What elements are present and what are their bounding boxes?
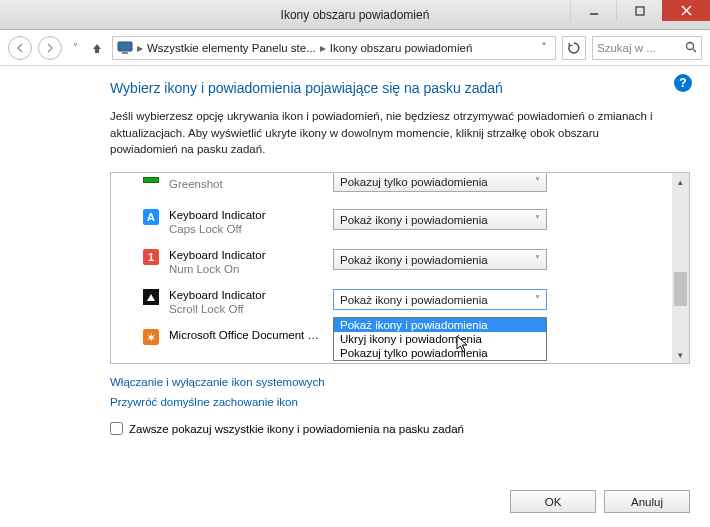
dropdown-option[interactable]: Ukryj ikony i powiadomienia bbox=[334, 332, 546, 346]
app-icon-office: ✶ bbox=[141, 328, 161, 346]
app-name: Microsoft Office Document … bbox=[169, 328, 333, 342]
monitor-icon bbox=[117, 41, 133, 55]
chevron-down-icon: ˅ bbox=[535, 254, 540, 265]
dropdown-option[interactable]: Pokazuj tylko powiadomienia bbox=[334, 346, 546, 360]
search-icon bbox=[685, 41, 697, 55]
behavior-select[interactable]: Pokaż ikony i powiadomienia ˅ bbox=[333, 249, 547, 270]
behavior-select[interactable]: Pokaż ikony i powiadomienia ˅ bbox=[333, 209, 547, 230]
scroll-thumb[interactable] bbox=[674, 272, 687, 306]
search-placeholder: Szukaj w ... bbox=[597, 42, 656, 54]
page-description: Jeśli wybierzesz opcję ukrywania ikon i … bbox=[110, 108, 660, 158]
app-icon-keyboard-num: 1 bbox=[141, 248, 161, 266]
behavior-select-open[interactable]: Pokaż ikony i powiadomienia ˅ bbox=[333, 289, 547, 310]
system-icons-link[interactable]: Włączanie i wyłączanie ikon systemowych bbox=[110, 376, 690, 388]
scrollbar[interactable]: ▴ ▾ bbox=[672, 173, 689, 363]
dropdown-option[interactable]: Pokaż ikony i powiadomienia bbox=[334, 318, 546, 332]
svg-rect-5 bbox=[122, 52, 128, 54]
chevron-right-icon: ▸ bbox=[320, 41, 326, 55]
page-heading: Wybierz ikony i powiadomienia pojawiając… bbox=[110, 80, 690, 96]
cancel-button[interactable]: Anuluj bbox=[604, 490, 690, 513]
history-dropdown[interactable]: ˅ bbox=[68, 42, 82, 53]
chevron-down-icon: ˅ bbox=[535, 214, 540, 225]
help-icon[interactable]: ? bbox=[674, 74, 692, 92]
app-sub: Caps Lock Off bbox=[169, 222, 333, 236]
breadcrumb-dropdown-icon[interactable]: ˅ bbox=[541, 41, 547, 55]
maximize-button[interactable] bbox=[616, 0, 662, 21]
forward-button[interactable] bbox=[38, 36, 62, 60]
title-bar: Ikony obszaru powiadomień bbox=[0, 0, 710, 30]
app-sub: Scroll Lock Off bbox=[169, 302, 333, 316]
icon-list-frame: Greenshot Pokazuj tylko powiadomienia ˅ … bbox=[110, 172, 690, 364]
close-button[interactable] bbox=[662, 0, 710, 21]
breadcrumb-root[interactable]: Wszystkie elementy Panelu ste... bbox=[147, 42, 316, 54]
svg-rect-4 bbox=[118, 42, 132, 51]
always-show-checkbox[interactable] bbox=[110, 422, 123, 435]
breadcrumb[interactable]: ▸ Wszystkie elementy Panelu ste... ▸ Iko… bbox=[112, 36, 556, 60]
behavior-select[interactable]: Pokazuj tylko powiadomienia ˅ bbox=[333, 172, 547, 192]
chevron-right-icon: ▸ bbox=[137, 41, 143, 55]
app-icon-greenshot bbox=[141, 172, 161, 189]
app-name: Keyboard Indicator bbox=[169, 248, 333, 262]
icon-row: Greenshot Pokazuj tylko powiadomienia ˅ bbox=[111, 177, 672, 205]
ok-button[interactable]: OK bbox=[510, 490, 596, 513]
app-icon-keyboard-caps: A bbox=[141, 208, 161, 226]
scroll-down-button[interactable]: ▾ bbox=[672, 346, 689, 363]
chevron-down-icon: ˅ bbox=[535, 176, 540, 187]
restore-defaults-link[interactable]: Przywróć domyślne zachowanie ikon bbox=[110, 396, 690, 408]
scroll-track[interactable] bbox=[672, 190, 689, 346]
nav-bar: ˅ ▸ Wszystkie elementy Panelu ste... ▸ I… bbox=[0, 30, 710, 66]
app-icon-keyboard-scroll bbox=[141, 288, 161, 306]
always-show-row: Zawsze pokazuj wszystkie ikony i powiado… bbox=[110, 422, 690, 435]
refresh-button[interactable] bbox=[562, 36, 586, 60]
links-section: Włączanie i wyłączanie ikon systemowych … bbox=[110, 376, 690, 408]
app-sub: Num Lock On bbox=[169, 262, 333, 276]
svg-point-6 bbox=[687, 42, 694, 49]
button-bar: OK Anuluj bbox=[510, 490, 690, 513]
scroll-up-button[interactable]: ▴ bbox=[672, 173, 689, 190]
app-name: Keyboard Indicator bbox=[169, 208, 333, 222]
behavior-dropdown[interactable]: Pokaż ikony i powiadomienia Ukryj ikony … bbox=[333, 317, 547, 361]
app-name: Greenshot bbox=[169, 177, 333, 191]
app-name: Keyboard Indicator bbox=[169, 288, 333, 302]
breadcrumb-current[interactable]: Ikony obszaru powiadomień bbox=[330, 42, 473, 54]
up-button[interactable] bbox=[88, 42, 106, 54]
svg-line-7 bbox=[693, 49, 696, 52]
content-pane: ? Wybierz ikony i powiadomienia pojawiaj… bbox=[0, 66, 710, 527]
icon-row: 1 Keyboard Indicator Num Lock On Pokaż i… bbox=[111, 245, 672, 285]
svg-rect-1 bbox=[636, 7, 644, 15]
icon-row: A Keyboard Indicator Caps Lock Off Pokaż… bbox=[111, 205, 672, 245]
always-show-label: Zawsze pokazuj wszystkie ikony i powiado… bbox=[129, 423, 464, 435]
search-input[interactable]: Szukaj w ... bbox=[592, 36, 702, 60]
window-buttons bbox=[570, 0, 710, 21]
chevron-down-icon: ˅ bbox=[535, 294, 540, 305]
back-button[interactable] bbox=[8, 36, 32, 60]
minimize-button[interactable] bbox=[570, 0, 616, 21]
